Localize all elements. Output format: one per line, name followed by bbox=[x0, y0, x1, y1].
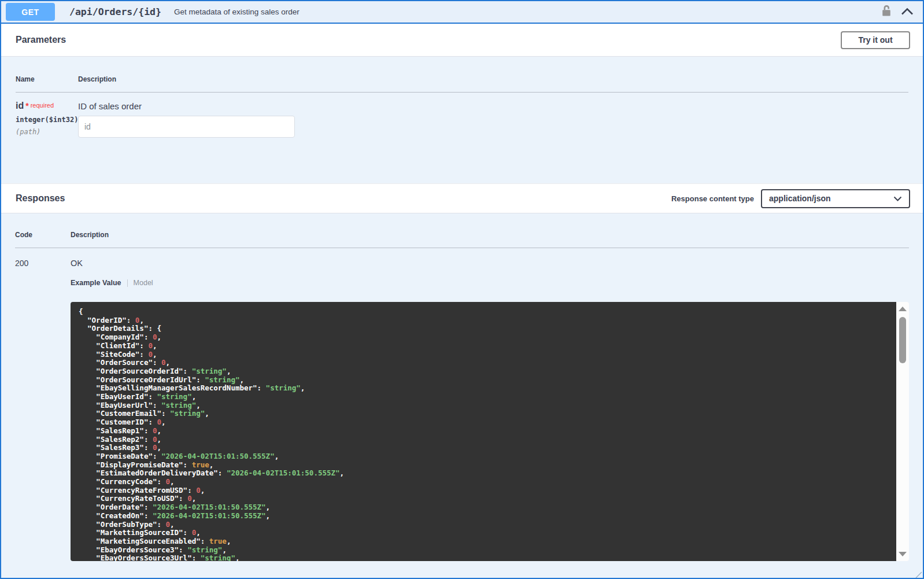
parameters-header: Parameters Try it out bbox=[1, 24, 923, 57]
endpoint-summary: Get metadata of existing sales order bbox=[174, 8, 881, 16]
example-json-code: { "OrderID": 0, "OrderDetails": { "Compa… bbox=[71, 302, 896, 561]
tab-example-value[interactable]: Example Value bbox=[71, 279, 121, 287]
scroll-down-arrow-icon[interactable] bbox=[899, 552, 907, 556]
parameter-id-input[interactable] bbox=[78, 116, 295, 138]
parameters-section: Name Description id*required integer($in… bbox=[1, 57, 923, 183]
example-value-block: { "OrderID": 0, "OrderDetails": { "Compa… bbox=[71, 302, 909, 561]
column-header-name: Name bbox=[16, 75, 78, 83]
unlocked-padlock-icon bbox=[881, 5, 892, 19]
operation-summary-bar[interactable]: GET /api/Orders/{id} Get metadata of exi… bbox=[1, 1, 923, 24]
parameter-name: id bbox=[16, 101, 24, 110]
example-model-tabs: Example Value Model bbox=[71, 278, 909, 287]
scroll-up-arrow-icon[interactable] bbox=[899, 307, 907, 311]
response-row-200: 200 OK Example Value Model { "OrderID": … bbox=[15, 248, 909, 561]
response-content-type-value: application/json bbox=[769, 194, 831, 203]
parameter-location: (path) bbox=[16, 128, 78, 136]
column-header-code: Code bbox=[15, 231, 71, 239]
parameter-type: integer($int32) bbox=[16, 116, 78, 124]
authorize-button[interactable] bbox=[881, 5, 892, 19]
parameter-row: id*required integer($int32) (path) ID of… bbox=[16, 93, 908, 138]
column-header-description: Description bbox=[71, 231, 109, 239]
response-code: 200 bbox=[15, 257, 71, 561]
code-scrollbar[interactable] bbox=[896, 302, 909, 561]
response-description: OK bbox=[71, 257, 909, 269]
http-method-badge[interactable]: GET bbox=[6, 3, 55, 21]
chevron-up-icon bbox=[901, 7, 914, 17]
parameter-name-cell: id*required integer($int32) (path) bbox=[16, 100, 78, 138]
operation-block-get-orders: GET /api/Orders/{id} Get metadata of exi… bbox=[0, 0, 924, 579]
endpoint-path: /api/Orders/{id} bbox=[69, 6, 161, 17]
resize-grip-icon bbox=[915, 570, 922, 577]
responses-section: Code Description 200 OK Example Value Mo… bbox=[1, 213, 923, 578]
tab-separator bbox=[127, 279, 128, 287]
parameters-title: Parameters bbox=[16, 35, 66, 45]
parameter-description-cell: ID of sales order bbox=[78, 100, 295, 138]
column-header-description: Description bbox=[78, 75, 116, 83]
required-asterisk: * bbox=[25, 101, 28, 110]
collapse-operation-button[interactable] bbox=[901, 7, 914, 17]
chevron-down-icon bbox=[893, 194, 902, 203]
response-content-type-label: Response content type bbox=[671, 194, 754, 203]
parameters-table-head: Name Description bbox=[16, 75, 908, 93]
responses-title: Responses bbox=[16, 193, 65, 204]
required-label: required bbox=[31, 102, 54, 109]
responses-header: Responses Response content type applicat… bbox=[1, 183, 923, 213]
scrollbar-thumb[interactable] bbox=[899, 317, 906, 363]
try-it-out-button[interactable]: Try it out bbox=[841, 31, 910, 49]
responses-table-head: Code Description bbox=[15, 231, 909, 248]
parameter-description: ID of sales order bbox=[78, 100, 295, 112]
response-description-cell: OK Example Value Model { "OrderID": 0, "… bbox=[71, 257, 909, 561]
response-content-type-select[interactable]: application/json bbox=[761, 189, 910, 208]
tab-model[interactable]: Model bbox=[134, 279, 153, 287]
